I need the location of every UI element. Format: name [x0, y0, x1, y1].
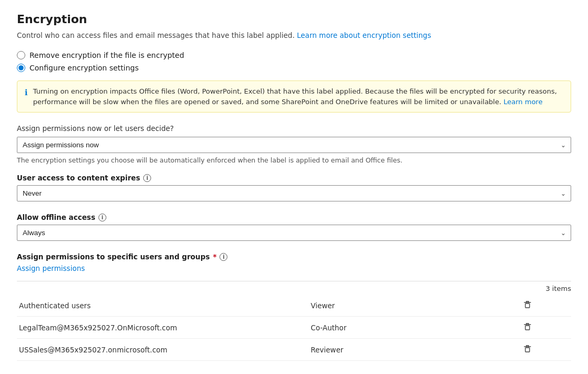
radio-configure-encryption-input[interactable] — [17, 64, 25, 72]
permission-cell: Co-Author — [308, 317, 484, 339]
required-star: * — [213, 252, 216, 261]
learn-more-link[interactable]: Learn more about encryption settings — [297, 31, 431, 39]
user-cell: LegalTeam@M365x925027.OnMicrosoft.com — [17, 317, 308, 339]
radio-remove-encryption-input[interactable] — [17, 51, 25, 59]
svg-rect-0 — [525, 304, 530, 308]
table-divider — [17, 281, 571, 281]
info-message: Turning on encryption impacts Office fil… — [33, 86, 563, 107]
encryption-options: Remove encryption if the file is encrypt… — [17, 51, 571, 72]
user-cell: Authenticated users — [17, 295, 308, 317]
specific-users-label: Assign permissions to specific users and… — [17, 252, 571, 261]
permission-cell: Reviewer — [308, 339, 484, 361]
delete-row-1-button[interactable] — [523, 322, 532, 331]
delete-cell — [484, 295, 571, 317]
specific-users-info-icon[interactable]: i — [220, 253, 227, 261]
delete-row-0-button[interactable] — [523, 300, 532, 309]
specific-users-section: Assign permissions to specific users and… — [17, 252, 571, 281]
table-row: Authenticated users Viewer — [17, 295, 571, 317]
svg-rect-5 — [525, 326, 530, 330]
info-learn-more-link[interactable]: Learn more — [504, 98, 543, 106]
user-access-dropdown-wrapper: NeverA number of days after content is l… — [17, 185, 571, 201]
page-title: Encryption — [17, 13, 571, 26]
permission-cell: Viewer — [308, 295, 484, 317]
user-access-info-icon[interactable]: i — [143, 174, 151, 182]
delete-cell — [484, 317, 571, 339]
user-cell: USSales@M365x925027.onmicrosoft.com — [17, 339, 308, 361]
assign-permissions-dropdown-wrapper: Assign permissions nowLet users assign p… — [17, 137, 571, 153]
radio-configure-encryption-label: Configure encryption settings — [29, 64, 139, 72]
radio-remove-encryption[interactable]: Remove encryption if the file is encrypt… — [17, 51, 571, 59]
assign-permissions-link[interactable]: Assign permissions — [17, 264, 85, 272]
offline-access-info-icon[interactable]: i — [98, 214, 106, 221]
items-count: 3 items — [17, 285, 571, 292]
delete-cell — [484, 339, 571, 361]
info-box: ℹ Turning on encryption impacts Office f… — [17, 80, 571, 113]
radio-remove-encryption-label: Remove encryption if the file is encrypt… — [29, 51, 184, 59]
offline-access-dropdown-wrapper: AlwaysOnly for a number of daysNever ⌄ — [17, 225, 571, 241]
offline-access-label: Allow offline access i — [17, 213, 571, 221]
assign-permissions-label: Assign permissions now or let users deci… — [17, 124, 571, 133]
info-icon: ℹ — [25, 87, 28, 99]
page-subtitle: Control who can access files and email m… — [17, 31, 571, 39]
user-access-section: User access to content expires i NeverA … — [17, 174, 571, 201]
svg-rect-10 — [525, 348, 530, 352]
delete-row-2-button[interactable] — [523, 344, 532, 353]
table-row: USSales@M365x925027.onmicrosoft.com Revi… — [17, 339, 571, 361]
assign-permissions-hint: The encryption settings you choose will … — [17, 156, 571, 164]
offline-access-dropdown[interactable]: AlwaysOnly for a number of daysNever — [17, 225, 571, 241]
permissions-table: Authenticated users Viewer LegalTeam@M36… — [17, 295, 571, 361]
radio-configure-encryption[interactable]: Configure encryption settings — [17, 64, 571, 72]
user-access-label: User access to content expires i — [17, 174, 571, 182]
permissions-table-body: Authenticated users Viewer LegalTeam@M36… — [17, 295, 571, 361]
assign-permissions-dropdown[interactable]: Assign permissions nowLet users assign p… — [17, 137, 571, 153]
table-row: LegalTeam@M365x925027.OnMicrosoft.com Co… — [17, 317, 571, 339]
user-access-dropdown[interactable]: NeverA number of days after content is l… — [17, 185, 571, 201]
offline-access-section: Allow offline access i AlwaysOnly for a … — [17, 213, 571, 241]
assign-permissions-section: Assign permissions now or let users deci… — [17, 124, 571, 164]
